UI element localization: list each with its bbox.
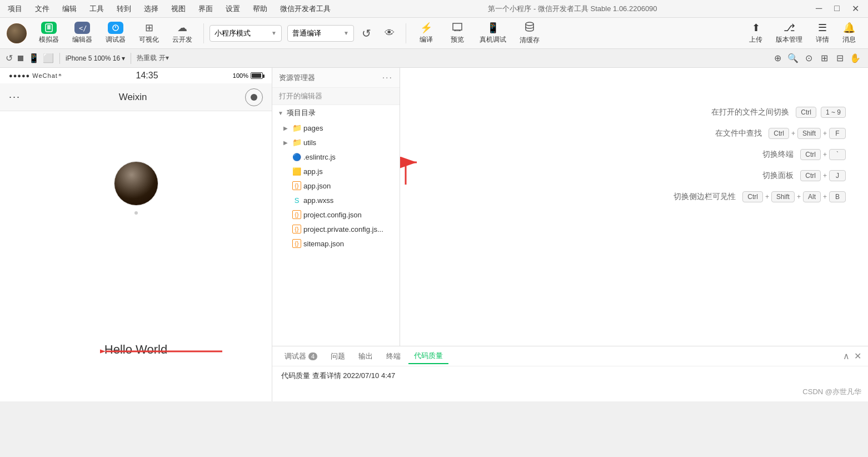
tab-debugger[interactable]: 调试器 4 xyxy=(279,349,323,364)
detail-label: 详情 xyxy=(816,35,829,44)
split-icon[interactable]: ⊟ xyxy=(832,51,847,66)
tab-quality[interactable]: 代码质量 xyxy=(408,349,448,364)
upload-button[interactable]: ⬆ 上传 xyxy=(744,19,768,47)
message-button[interactable]: 🔔 消息 xyxy=(837,19,861,47)
file-panel-more-button[interactable]: ··· xyxy=(382,73,393,83)
kbd-plus-5c: + xyxy=(823,193,827,201)
bottom-content: 代码质量 查看详情 2022/07/10 4:47 xyxy=(272,366,868,385)
menu-help[interactable]: 帮助 xyxy=(251,3,270,15)
battery-icon xyxy=(251,72,263,79)
menu-tools[interactable]: 工具 xyxy=(87,3,106,15)
tab-output[interactable]: 输出 xyxy=(353,349,378,364)
grid-icon[interactable]: ⊞ xyxy=(817,51,831,66)
detail-button[interactable]: ☰ 详情 xyxy=(810,19,835,47)
utils-folder[interactable]: ▶ 📁 utils xyxy=(272,135,400,150)
eye-icon: 👁 xyxy=(385,27,395,39)
appjs-label: app.js xyxy=(303,167,323,176)
projprivate-file[interactable]: ▶ {} project.private.config.js... xyxy=(272,222,400,236)
version-button[interactable]: ⎇ 版本管理 xyxy=(770,19,808,47)
message-label: 消息 xyxy=(842,35,856,44)
appjs-icon: 🟨 xyxy=(292,167,301,176)
tab-terminal[interactable]: 终端 xyxy=(381,349,406,364)
utils-label: utils xyxy=(303,138,316,147)
panel-collapse-icon[interactable]: ∧ xyxy=(843,351,850,361)
simulator-button[interactable]: 模拟器 xyxy=(33,19,64,47)
mode-dropdown[interactable]: 小程序模式 ▼ xyxy=(209,25,282,42)
appwxss-file[interactable]: ▶ S app.wxss xyxy=(272,193,400,207)
kbd-shift-2: Shift xyxy=(797,128,821,139)
kbd-b-5: B xyxy=(829,191,846,202)
cloud-button[interactable]: ☁ 云开发 xyxy=(167,19,198,47)
panel-close-icon[interactable]: ✕ xyxy=(854,351,861,361)
appjs-file[interactable]: ▶ 🟨 app.js xyxy=(272,164,400,178)
appjson-label: app.json xyxy=(303,182,331,190)
title-bar-left: 项目 文件 编辑 工具 转到 选择 视图 界面 设置 帮助 微信开发者工具 xyxy=(6,3,333,15)
avatar[interactable] xyxy=(7,23,27,43)
compile-dropdown[interactable]: 普通编译 ▼ xyxy=(287,25,354,42)
hot-reload-control[interactable]: 热重载 开▾ xyxy=(137,53,168,63)
editor-button[interactable]: </> 编辑器 xyxy=(67,19,98,47)
menu-select[interactable]: 选择 xyxy=(142,3,161,15)
phone-signal: ●●●●● WeChat xyxy=(9,72,58,79)
pages-folder-icon: 📁 xyxy=(292,123,301,132)
preview-button[interactable]: 预览 xyxy=(443,20,472,47)
kbd-1to9: 1 ~ 9 xyxy=(821,107,846,118)
tab-issues[interactable]: 问题 xyxy=(325,349,351,364)
pages-folder[interactable]: ▶ 📁 pages xyxy=(272,121,400,135)
menu-bar[interactable]: 项目 文件 编辑 工具 转到 选择 视图 界面 设置 帮助 微信开发者工具 xyxy=(6,3,333,15)
realtest-button[interactable]: 📱 真机调试 xyxy=(474,19,512,47)
node-icon[interactable]: ⊙ xyxy=(801,51,816,66)
debugger-icon xyxy=(108,22,123,34)
kbd-group-5: Ctrl + Shift + Alt + B xyxy=(742,191,846,202)
tab-issues-label: 问题 xyxy=(331,351,345,361)
device-selector[interactable]: iPhone 5 100% 16 ▾ xyxy=(66,54,125,62)
maximize-button[interactable]: □ xyxy=(831,2,843,15)
project-dir-label: 项目目录 xyxy=(287,108,316,118)
svg-rect-1 xyxy=(47,25,51,29)
tablet-icon[interactable]: ⬜ xyxy=(43,53,54,63)
menu-devtools[interactable]: 微信开发者工具 xyxy=(278,3,333,15)
sitemap-file[interactable]: ▶ {} sitemap.json xyxy=(272,236,400,251)
search-icon[interactable]: 🔍 xyxy=(786,51,800,66)
menu-interface[interactable]: 界面 xyxy=(196,3,215,15)
bottom-panel-controls[interactable]: ∧ ✕ xyxy=(843,351,861,361)
eye-button[interactable]: 👁 xyxy=(379,25,400,41)
bell-icon: 🔔 xyxy=(843,22,855,34)
hand-icon[interactable]: ✋ xyxy=(848,51,862,66)
visualize-button[interactable]: ⊞ 可视化 xyxy=(133,19,164,47)
project-dir-header[interactable]: ▼ 项目目录 xyxy=(272,105,400,121)
record-button[interactable] xyxy=(245,88,263,106)
refresh-button[interactable]: ↺ xyxy=(356,24,377,42)
menu-settings[interactable]: 设置 xyxy=(223,3,242,15)
menu-dots[interactable]: ··· xyxy=(9,91,21,103)
projectconfig-file[interactable]: ▶ {} project.config.json xyxy=(272,207,400,222)
compile-button[interactable]: ⚡ 编译 xyxy=(412,19,441,47)
phone-icon[interactable]: 📱 xyxy=(28,53,39,63)
window-controls[interactable]: ─ □ ✕ xyxy=(812,2,862,15)
stop-icon[interactable]: ⏹ xyxy=(16,53,25,63)
minimize-button[interactable]: ─ xyxy=(812,2,825,15)
eslint-icon: 🔵 xyxy=(292,152,301,161)
menu-project[interactable]: 项目 xyxy=(6,3,24,15)
menu-edit[interactable]: 编辑 xyxy=(60,3,79,15)
debugger-button[interactable]: 调试器 xyxy=(100,19,131,47)
kbd-ctrl-2: Ctrl xyxy=(769,128,789,139)
menu-goto[interactable]: 转到 xyxy=(114,3,133,15)
appjson-file[interactable]: ▶ {} app.json xyxy=(272,178,400,193)
bottom-tabs: 调试器 4 问题 输出 终端 代码质量 ∧ ✕ xyxy=(272,346,868,366)
shortcuts-content: 在打开的文件之间切换 Ctrl 1 ~ 9 在文件中查找 Ctrl + Shif… xyxy=(422,79,846,212)
refresh-sub-icon[interactable]: ↺ xyxy=(6,53,13,63)
eslint-file[interactable]: ▶ 🔵 .eslintrc.js xyxy=(272,150,400,164)
svg-text:</>: </> xyxy=(79,24,87,32)
version-label: 版本管理 xyxy=(776,35,802,44)
phone-status-bar: ●●●●● WeChat ⁿ 14:35 100% xyxy=(0,68,272,83)
close-button[interactable]: ✕ xyxy=(849,2,862,15)
scan-icon[interactable]: ⊕ xyxy=(770,51,785,66)
menu-view[interactable]: 视图 xyxy=(169,3,188,15)
sub-divider xyxy=(59,53,60,64)
device-controls: ↺ ⏹ 📱 ⬜ iPhone 5 100% 16 ▾ 热重载 开▾ xyxy=(6,53,169,64)
shortcut-desc-3: 切换终端 xyxy=(682,150,794,160)
menu-file[interactable]: 文件 xyxy=(33,3,52,15)
refresh-icon: ↺ xyxy=(362,27,371,40)
clearcache-button[interactable]: 清缓存 xyxy=(514,19,545,47)
